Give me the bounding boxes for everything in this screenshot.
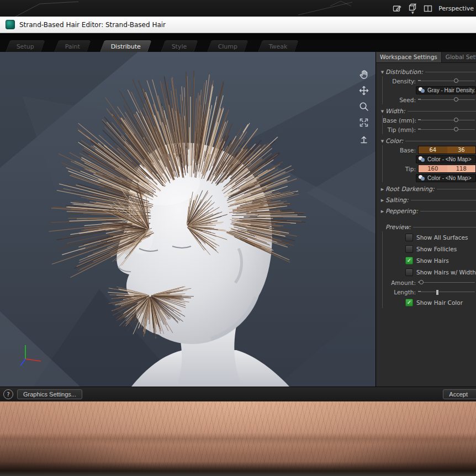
tip-width-slider[interactable] (418, 125, 476, 134)
base-color-map-button[interactable]: Color - <No Map> (416, 155, 476, 163)
section-salting-header[interactable]: ▶ Salting: (379, 196, 476, 204)
panel-tab-global-settings[interactable]: Global Settings (442, 52, 476, 62)
pan-tool-icon[interactable] (358, 84, 370, 97)
panel-tab-workspace-settings[interactable]: Workspace Settings (376, 52, 442, 62)
slider-knob[interactable] (454, 97, 458, 102)
viewport-3d[interactable] (0, 52, 375, 387)
base-color-swatch-1[interactable]: 36 (447, 146, 476, 154)
section-peppering-header[interactable]: ▶ Peppering: (379, 207, 476, 215)
map-icon (419, 175, 425, 181)
top-toolbar: ▼ Perspective (0, 0, 476, 17)
swatch-value: 36 (458, 147, 465, 153)
checkbox-show-all-surfaces[interactable]: ✓ Show All Surfaces (405, 231, 476, 243)
pane-layout-icon[interactable] (423, 4, 433, 13)
triangle-expanded-icon: ▼ (379, 139, 385, 144)
swatch-value: 118 (456, 166, 467, 172)
hair-editor-app-icon (6, 20, 15, 29)
density-label: Density: (383, 78, 418, 84)
triangle-expanded-icon: ▼ (379, 70, 385, 75)
section-label: Distribution: (385, 68, 423, 76)
hair-density-map-button[interactable]: Gray - Hair Density... (416, 86, 476, 94)
slider-track (418, 129, 475, 130)
triangle-collapsed-icon: ▶ (379, 198, 385, 203)
map-button-label: Gray - Hair Density... (427, 87, 476, 93)
tab-label: Paint (65, 43, 80, 50)
base-color-label: Base: (383, 147, 418, 154)
slider-handle[interactable] (436, 289, 439, 295)
base-width-slider[interactable] (418, 116, 476, 124)
slider-knob[interactable] (454, 127, 458, 131)
slider-knob[interactable] (419, 280, 424, 284)
mode-tab-bar: Setup Paint Distribute Style Clump Tweak (0, 40, 476, 52)
slider-track (418, 282, 475, 283)
window-title: Strand-Based Hair Editor: Strand-Based H… (19, 21, 166, 29)
checkbox[interactable]: ✓ (405, 257, 413, 265)
section-label: Width: (385, 108, 405, 115)
triangle-expanded-icon: ▼ (379, 109, 385, 114)
tab-label: Clump (218, 43, 237, 50)
section-distribution-header[interactable]: ▼ Distribution: (379, 68, 476, 76)
tab-distribute[interactable]: Distribute (100, 40, 152, 52)
section-width-header[interactable]: ▼ Width: (379, 107, 476, 115)
viewport-tools (358, 68, 370, 145)
amount-label: Amount: (383, 279, 418, 286)
checkbox-show-hairs-widths[interactable]: ✓ Show Hairs w/ Widths (405, 266, 476, 278)
slider-knob[interactable] (454, 118, 458, 122)
section-preview-body: ✓ Show All Surfaces ✓ Show Follicles ✓ S… (382, 231, 476, 308)
seed-slider[interactable] (418, 96, 476, 104)
tip-color-swatch-1[interactable]: 118 (447, 165, 476, 172)
tip-color-map-button[interactable]: Color - <No Map> (416, 174, 476, 182)
main-area: Workspace Settings Global Settings ▼ Dis… (0, 52, 476, 387)
graphics-settings-button[interactable]: Graphics Settings... (17, 389, 82, 399)
render-settings-icon[interactable] (392, 4, 402, 13)
help-button[interactable]: ? (3, 389, 13, 399)
density-slider[interactable] (418, 77, 476, 85)
checkbox[interactable]: ✓ (405, 268, 413, 276)
checkbox[interactable]: ✓ (405, 299, 413, 306)
slider-track (418, 81, 475, 81)
hand-tool-icon[interactable] (358, 68, 370, 81)
viewport-scene (0, 52, 375, 387)
slider-knob[interactable] (454, 78, 458, 83)
tip-color-swatch-0[interactable]: 160 (419, 165, 447, 172)
section-label: Color: (385, 137, 403, 145)
length-slider[interactable] (418, 288, 476, 296)
checkbox-show-hairs[interactable]: ✓ Show Hairs (405, 255, 476, 266)
swatch-value: 160 (427, 166, 438, 172)
section-root-darkening-header[interactable]: ▶ Root Darkening: (379, 185, 476, 193)
slider-track (418, 120, 475, 120)
amount-slider[interactable] (418, 278, 476, 287)
tab-clump[interactable]: Clump (207, 40, 248, 52)
tab-label: Tweak (268, 43, 287, 50)
settings-panel: Workspace Settings Global Settings ▼ Dis… (375, 52, 476, 387)
tip-color-label: Tip: (383, 166, 418, 172)
viewport-view-selector[interactable]: Perspective (438, 5, 475, 12)
section-color-header[interactable]: ▼ Color: (379, 137, 476, 145)
base-color-swatch-0[interactable]: 64 (419, 146, 447, 154)
frame-tool-icon[interactable] (358, 117, 370, 129)
checkbox[interactable]: ✓ (405, 234, 413, 241)
seed-label: Seed: (383, 97, 418, 103)
tab-setup[interactable]: Setup (6, 40, 45, 52)
tab-tweak[interactable]: Tweak (258, 40, 298, 52)
checkbox-show-hair-color[interactable]: ✓ Show Hair Color (405, 297, 476, 308)
section-label: Peppering: (385, 208, 418, 215)
reset-view-tool-icon[interactable] (358, 133, 370, 145)
checkbox-label: Show Hair Color (416, 299, 463, 306)
accept-button[interactable]: Accept (443, 389, 476, 399)
background-scene (0, 401, 476, 476)
camera-view-icon[interactable]: ▼ (408, 3, 417, 14)
checkbox[interactable]: ✓ (405, 245, 413, 253)
base-width-label: Base (mm): (383, 117, 418, 124)
section-color-body: Base: 64 36 Color - <No Map> Tip: 160 (382, 145, 476, 182)
tab-label: Distribute (111, 43, 141, 50)
axis-gizmo (17, 342, 44, 368)
bottom-bar: ? Graphics Settings... Accept (0, 387, 476, 401)
checkbox-label: Show Hairs (416, 257, 449, 264)
tab-style[interactable]: Style (161, 40, 198, 52)
title-gap (0, 33, 476, 40)
checkbox-show-follicles[interactable]: ✓ Show Follicles (405, 243, 476, 255)
checkbox-label: Show Hairs w/ Widths (416, 269, 476, 276)
tab-paint[interactable]: Paint (54, 40, 91, 52)
zoom-tool-icon[interactable] (358, 101, 370, 113)
